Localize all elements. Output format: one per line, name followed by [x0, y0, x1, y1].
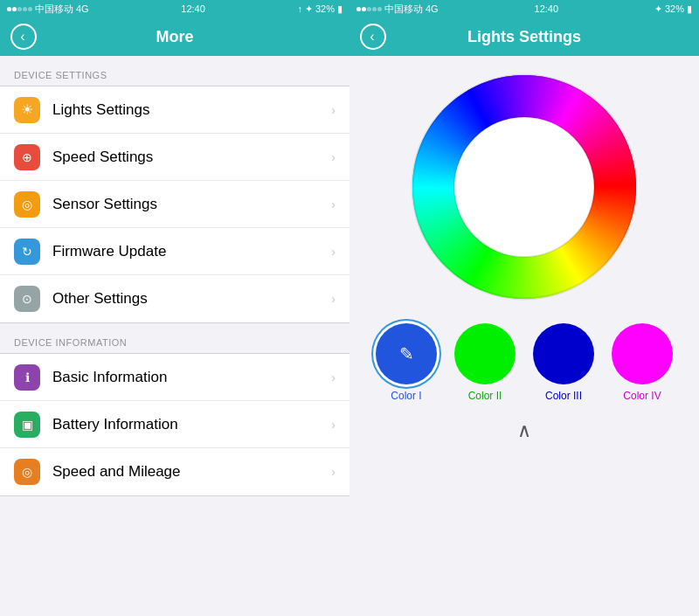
swatch-label-1: Color I	[391, 390, 421, 402]
signal-dots	[7, 7, 32, 11]
right-back-button[interactable]: ‹	[360, 24, 386, 50]
network-right: 4G	[426, 3, 439, 14]
rdot4	[372, 7, 377, 11]
rdot3	[367, 7, 371, 11]
lights-icon: ☀	[14, 97, 40, 123]
color-wheel-container[interactable]	[402, 65, 647, 309]
left-status-bar: 中国移动 4G 12:40 ↑ ✦ 32% ▮	[0, 0, 350, 17]
dot2	[12, 7, 17, 11]
lights-chevron: ›	[331, 103, 336, 117]
rdot1	[356, 7, 361, 11]
device-info-header: DEVICE INFORMATION	[0, 323, 350, 353]
carrier-left: 中国移动	[35, 3, 73, 16]
basic-icon: ℹ	[14, 364, 40, 391]
other-icon: ⊙	[14, 286, 40, 312]
battery-chevron: ›	[331, 418, 336, 432]
swatch-item-1[interactable]: ✎ Color I	[376, 323, 437, 402]
left-status-right: ↑ ✦ 32% ▮	[297, 3, 343, 15]
color-swatches: ✎ Color I Color II Color III Color IV	[376, 323, 673, 402]
right-back-arrow: ‹	[370, 30, 374, 44]
other-chevron: ›	[331, 292, 336, 306]
right-status-bar: 中国移动 4G 12:40 ✦ 32% ▮	[350, 0, 699, 17]
device-settings-group: ☀ Lights Settings › ⊕ Speed Settings › ◎…	[0, 86, 350, 323]
battery-label: Battery Information	[52, 416, 331, 433]
chevron-up-container[interactable]: ∧	[517, 419, 531, 442]
time-left: 12:40	[181, 3, 205, 14]
battery-icon: ▣	[14, 412, 40, 438]
menu-item-battery[interactable]: ▣ Battery Information ›	[0, 401, 350, 448]
battery-icon-left: ▮	[337, 3, 343, 15]
mileage-label: Speed and Mileage	[52, 463, 331, 481]
right-nav-bar: ‹ Lights Settings	[350, 17, 699, 56]
swatch-label-2: Color II	[468, 390, 502, 402]
left-panel: 中国移动 4G 12:40 ↑ ✦ 32% ▮ ‹ More DEVICE SE…	[0, 0, 350, 616]
edit-icon-1: ✎	[399, 343, 414, 364]
sensor-icon: ◎	[14, 191, 40, 218]
swatch-item-2[interactable]: Color II	[454, 323, 516, 402]
dot4	[23, 7, 27, 11]
firmware-icon: ↻	[14, 239, 40, 265]
swatch-color-2[interactable]	[454, 323, 516, 384]
menu-item-lights[interactable]: ☀ Lights Settings ›	[0, 87, 350, 134]
right-panel: 中国移动 4G 12:40 ✦ 32% ▮ ‹ Lights Settings	[350, 0, 699, 616]
other-label: Other Settings	[52, 290, 331, 308]
firmware-chevron: ›	[331, 245, 336, 259]
swatch-color-3[interactable]	[533, 323, 594, 384]
swatch-label-4: Color IV	[623, 390, 661, 402]
device-settings-header: DEVICE SETTINGS	[0, 56, 350, 86]
rdot2	[362, 7, 366, 11]
menu-item-other[interactable]: ⊙ Other Settings ›	[0, 275, 350, 322]
basic-label: Basic Information	[52, 369, 331, 386]
sensor-label: Sensor Settings	[52, 196, 331, 213]
left-nav-bar: ‹ More	[0, 17, 350, 56]
left-back-button[interactable]: ‹	[10, 24, 37, 50]
swatch-item-3[interactable]: Color III	[533, 323, 594, 402]
carrier-right: 中国移动	[384, 3, 423, 16]
left-back-arrow: ‹	[20, 30, 24, 44]
network-left: 4G	[76, 3, 89, 14]
swatch-label-3: Color III	[545, 390, 582, 402]
sensor-chevron: ›	[331, 197, 336, 211]
menu-item-speed-settings[interactable]: ⊕ Speed Settings ›	[0, 134, 350, 181]
basic-chevron: ›	[331, 370, 336, 384]
right-nav-title: Lights Settings	[467, 28, 581, 46]
device-info-group: ℹ Basic Information › ▣ Battery Informat…	[0, 353, 350, 496]
time-right: 12:40	[535, 3, 559, 14]
battery-left: 32%	[315, 3, 335, 14]
menu-item-basic[interactable]: ℹ Basic Information ›	[0, 354, 350, 401]
dot5	[28, 7, 32, 11]
swatch-color-1[interactable]: ✎	[376, 323, 437, 384]
right-signal-dots	[356, 7, 382, 11]
bt-icon-left: ✦	[305, 3, 313, 15]
menu-item-sensor[interactable]: ◎ Sensor Settings ›	[0, 181, 350, 228]
menu-item-mileage[interactable]: ◎ Speed and Mileage ›	[0, 448, 350, 495]
mileage-icon: ◎	[14, 459, 40, 485]
chevron-up-icon[interactable]: ∧	[517, 419, 531, 441]
left-nav-title: More	[156, 28, 193, 46]
lights-label: Lights Settings	[52, 101, 331, 119]
right-status-right: ✦ 32% ▮	[654, 3, 692, 15]
right-status-left: 中国移动 4G	[356, 3, 439, 16]
battery-right: 32%	[665, 3, 684, 14]
speed-settings-label: Speed Settings	[52, 149, 331, 166]
menu-item-firmware[interactable]: ↻ Firmware Update ›	[0, 228, 350, 275]
swatch-color-4[interactable]	[612, 323, 673, 384]
firmware-label: Firmware Update	[52, 243, 331, 260]
battery-icon-right: ▮	[687, 3, 692, 15]
left-status-left: 中国移动 4G	[7, 3, 89, 16]
speed-settings-icon: ⊕	[14, 144, 40, 170]
arrow-icon-left: ↑	[297, 3, 302, 14]
mileage-chevron: ›	[331, 465, 336, 479]
speed-settings-chevron: ›	[331, 150, 336, 164]
dot3	[17, 7, 22, 11]
swatch-item-4[interactable]: Color IV	[612, 323, 673, 402]
bt-icon-right: ✦	[654, 3, 662, 15]
dot1	[7, 7, 11, 11]
rdot5	[377, 7, 382, 11]
